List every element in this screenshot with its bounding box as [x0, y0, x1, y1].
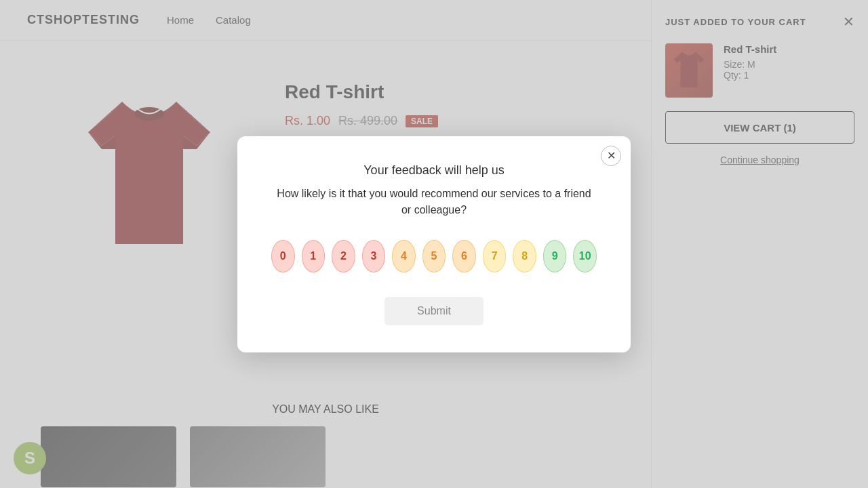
feedback-modal: ✕ Your feedback will help us How likely …	[237, 136, 631, 352]
rating-button-10[interactable]: 10	[573, 240, 597, 272]
rating-button-8[interactable]: 8	[513, 240, 536, 272]
rating-button-4[interactable]: 4	[392, 240, 416, 272]
rating-button-5[interactable]: 5	[422, 240, 446, 272]
modal-backdrop: ✕ Your feedback will help us How likely …	[0, 0, 868, 488]
rating-button-6[interactable]: 6	[452, 240, 476, 272]
rating-button-9[interactable]: 9	[543, 240, 567, 272]
modal-close-button[interactable]: ✕	[601, 146, 621, 166]
rating-button-2[interactable]: 2	[332, 240, 355, 272]
rating-button-3[interactable]: 3	[362, 240, 386, 272]
rating-button-0[interactable]: 0	[271, 240, 295, 272]
rating-button-7[interactable]: 7	[483, 240, 507, 272]
modal-question: How likely is it that you would recommen…	[271, 186, 597, 218]
rating-button-1[interactable]: 1	[302, 240, 326, 272]
rating-row: 0 1 2 3 4 5 6 7 8 9 10	[271, 240, 597, 272]
submit-row: Submit	[271, 297, 597, 325]
modal-title: Your feedback will help us	[271, 163, 597, 178]
submit-button[interactable]: Submit	[384, 297, 484, 325]
